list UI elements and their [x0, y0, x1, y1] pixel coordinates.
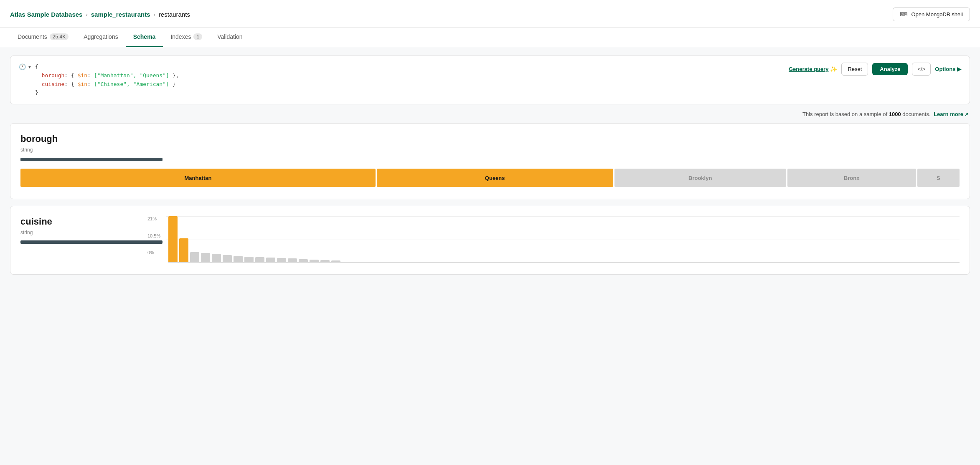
cuisine-bar-12[interactable] — [288, 258, 297, 262]
cuisine-bar-chart — [168, 216, 960, 262]
reset-button[interactable]: Reset — [841, 63, 868, 76]
field-name-cuisine: cuisine — [20, 216, 137, 227]
cuisine-field-left: cuisine string — [20, 216, 137, 263]
tab-documents-badge: 25.4K — [50, 33, 69, 40]
query-code[interactable]: { borough: { $in: ["Manhattan", "Queens"… — [35, 63, 179, 97]
breadcrumb-db[interactable]: sample_restaurants — [91, 11, 150, 18]
tab-documents-label: Documents — [18, 33, 47, 40]
field-completeness-bar-cuisine — [20, 240, 162, 244]
cuisine-chart-area: 21% 10.5% 0% — [147, 216, 960, 263]
clock-chevron-icon: ▼ — [28, 65, 32, 69]
open-shell-label: Open MongoDB shell — [911, 11, 963, 18]
borough-bar-si[interactable]: S — [917, 169, 960, 187]
cuisine-bar-3[interactable] — [190, 252, 199, 262]
tab-validation-label: Validation — [217, 33, 242, 40]
tab-indexes-label: Indexes — [170, 33, 191, 40]
cuisine-bar-2[interactable] — [179, 238, 188, 262]
tab-documents[interactable]: Documents 25.4K — [10, 28, 76, 47]
cuisine-bar-8[interactable] — [244, 257, 254, 262]
cuisine-bar-15[interactable] — [320, 260, 330, 263]
clock-icon: 🕐 — [19, 63, 26, 70]
page-header: Atlas Sample Databases › sample_restaura… — [0, 0, 980, 28]
report-note: This report is based on a sample of 1000… — [10, 111, 970, 117]
cuisine-bar-6[interactable] — [223, 255, 232, 263]
open-shell-button[interactable]: ⌨ Open MongoDB shell — [893, 8, 970, 21]
tab-indexes[interactable]: Indexes 1 — [163, 28, 210, 47]
cuisine-bar-13[interactable] — [299, 259, 308, 263]
cuisine-bar-9[interactable] — [255, 257, 264, 262]
y-label-mid: 10.5% — [147, 233, 160, 238]
query-toolbar: 🕐 ▼ { borough: { $in: ["Manhattan", "Que… — [19, 63, 961, 97]
field-card-borough: borough string Manhattan Queens Brooklyn… — [10, 123, 970, 199]
y-label-top: 21% — [147, 216, 160, 221]
y-label-bottom: 0% — [147, 250, 160, 255]
tab-schema-label: Schema — [133, 33, 156, 40]
options-button[interactable]: Options ▶ — [935, 66, 961, 72]
breadcrumb: Atlas Sample Databases › sample_restaura… — [10, 11, 190, 18]
field-completeness-bar-borough — [20, 158, 162, 161]
cuisine-bar-16[interactable] — [331, 260, 340, 262]
cuisine-bar-4[interactable] — [201, 253, 210, 262]
field-name-borough: borough — [20, 134, 960, 144]
sparkle-icon: ✨ — [830, 66, 837, 73]
cuisine-bar-11[interactable] — [277, 258, 286, 262]
field-type-borough: string — [20, 147, 960, 153]
tab-aggregations-label: Aggregations — [84, 33, 118, 40]
borough-bar-queens[interactable]: Queens — [377, 169, 613, 187]
cuisine-bar-10[interactable] — [266, 258, 275, 262]
field-card-cuisine: cuisine string 21% 10.5% 0% — [10, 206, 970, 275]
code-view-button[interactable]: </> — [912, 63, 931, 76]
breadcrumb-root[interactable]: Atlas Sample Databases — [10, 11, 82, 18]
tab-aggregations[interactable]: Aggregations — [76, 28, 126, 47]
report-count: 1000 — [889, 111, 901, 117]
tab-validation[interactable]: Validation — [210, 28, 250, 47]
borough-bar-bronx[interactable]: Bronx — [787, 169, 916, 187]
breadcrumb-collection: restaurants — [159, 11, 190, 18]
analyze-button[interactable]: Analyze — [872, 63, 908, 75]
learn-more-link[interactable]: Learn more — [934, 111, 968, 117]
tab-schema[interactable]: Schema — [126, 28, 163, 47]
generate-query-label: Generate query — [789, 66, 828, 72]
borough-bar-manhattan[interactable]: Manhattan — [20, 169, 376, 187]
generate-query-button[interactable]: Generate query ✨ — [789, 66, 837, 73]
query-actions: Generate query ✨ Reset Analyze </> Optio… — [789, 63, 961, 76]
tab-bar: Documents 25.4K Aggregations Schema Inde… — [0, 28, 980, 47]
query-left: 🕐 ▼ { borough: { $in: ["Manhattan", "Que… — [19, 63, 784, 97]
report-unit: documents. — [902, 111, 930, 117]
borough-bar-brooklyn[interactable]: Brooklyn — [614, 169, 786, 187]
cuisine-bar-14[interactable] — [310, 260, 319, 263]
cuisine-bar-1[interactable] — [168, 216, 178, 262]
tab-indexes-badge: 1 — [193, 33, 202, 40]
cuisine-bar-7[interactable] — [234, 256, 243, 262]
clock-history-button[interactable]: 🕐 ▼ — [19, 63, 32, 70]
main-content: 🕐 ▼ { borough: { $in: ["Manhattan", "Que… — [0, 47, 980, 465]
query-editor: 🕐 ▼ { borough: { $in: ["Manhattan", "Que… — [10, 56, 970, 104]
field-type-cuisine: string — [20, 230, 137, 235]
cuisine-field-row: cuisine string 21% 10.5% 0% — [20, 216, 960, 263]
borough-bar-chart: Manhattan Queens Brooklyn Bronx S — [20, 169, 960, 187]
report-text: This report is based on a sample of — [802, 111, 887, 117]
breadcrumb-sep-1: › — [86, 11, 87, 18]
terminal-icon: ⌨ — [900, 11, 908, 18]
breadcrumb-sep-2: › — [154, 11, 155, 18]
cuisine-bar-5[interactable] — [212, 254, 221, 262]
